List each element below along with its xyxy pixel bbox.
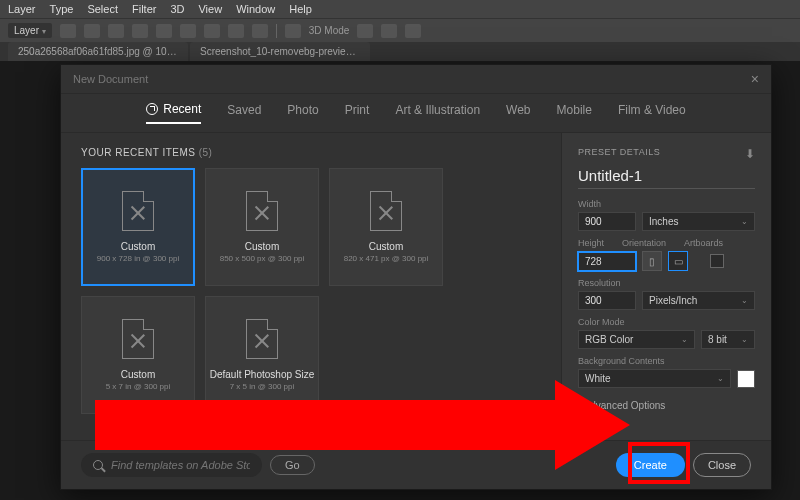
background-dropdown[interactable]: White⌄ [578, 369, 731, 388]
preset-name: Custom [245, 241, 279, 252]
category-tabs: Recent Saved Photo Print Art & Illustrat… [61, 94, 771, 133]
app-menubar: Layer Type Select Filter 3D View Window … [0, 0, 800, 18]
menu-3d[interactable]: 3D [170, 3, 184, 15]
tab-web[interactable]: Web [506, 102, 530, 124]
color-mode-dropdown[interactable]: RGB Color⌄ [578, 330, 695, 349]
opt-icon[interactable] [156, 24, 172, 38]
menu-select[interactable]: Select [87, 3, 118, 15]
tab-photo[interactable]: Photo [287, 102, 318, 124]
preset-card[interactable]: Custom820 x 471 px @ 300 ppi [329, 168, 443, 286]
height-input[interactable] [578, 252, 636, 271]
orientation-portrait-icon[interactable]: ▯ [642, 251, 662, 271]
page-icon [246, 191, 278, 231]
menu-layer[interactable]: Layer [8, 3, 36, 15]
orientation-label: Orientation [622, 238, 666, 248]
preset-name: Custom [121, 369, 155, 380]
menu-filter[interactable]: Filter [132, 3, 156, 15]
page-icon [246, 319, 278, 359]
preset-card[interactable]: Custom5 x 7 in @ 300 ppi [81, 296, 195, 414]
preset-card[interactable]: Default Photoshop Size7 x 5 in @ 300 ppi [205, 296, 319, 414]
page-icon [122, 319, 154, 359]
document-tabs: 250a26568af06a61fd85.jpg @ 100% (Layer 2… [0, 42, 800, 61]
resolution-label: Resolution [578, 278, 755, 288]
artboards-label: Artboards [684, 238, 723, 248]
new-document-dialog: New Document × Recent Saved Photo Print … [60, 64, 772, 490]
opt-icon[interactable] [228, 24, 244, 38]
artboards-checkbox[interactable] [710, 254, 724, 268]
tab-saved[interactable]: Saved [227, 102, 261, 124]
recent-count: (5) [199, 147, 213, 158]
orientation-landscape-icon[interactable]: ▭ [668, 251, 688, 271]
stock-search-input[interactable] [111, 459, 250, 471]
menu-type[interactable]: Type [50, 3, 74, 15]
bit-depth-dropdown[interactable]: 8 bit⌄ [701, 330, 755, 349]
opt-icon[interactable] [357, 24, 373, 38]
dialog-footer: Go Create Close [61, 440, 771, 489]
height-label: Height [578, 238, 604, 248]
opt-icon[interactable] [405, 24, 421, 38]
preset-name: Custom [121, 241, 155, 252]
opt-icon[interactable] [381, 24, 397, 38]
go-button[interactable]: Go [270, 455, 315, 475]
recent-items-label: YOUR RECENT ITEMS [81, 147, 195, 158]
preset-details-label: PRESET DETAILS [578, 147, 660, 161]
preset-name: Custom [369, 241, 403, 252]
tab-print[interactable]: Print [345, 102, 370, 124]
preset-dimensions: 850 x 500 px @ 300 ppi [220, 254, 305, 263]
tab-art[interactable]: Art & Illustration [395, 102, 480, 124]
close-icon[interactable]: × [751, 71, 759, 87]
opt-icon[interactable] [132, 24, 148, 38]
close-button[interactable]: Close [693, 453, 751, 477]
presets-panel: YOUR RECENT ITEMS (5) Custom900 x 728 in… [61, 133, 561, 440]
preset-dimensions: 900 x 728 in @ 300 ppi [97, 254, 179, 263]
clock-icon [146, 103, 158, 115]
resolution-input[interactable] [578, 291, 636, 310]
preset-card[interactable]: Custom900 x 728 in @ 300 ppi [81, 168, 195, 286]
layer-select[interactable]: Layer ▾ [8, 23, 52, 38]
preset-card[interactable]: Custom850 x 500 px @ 300 ppi [205, 168, 319, 286]
preset-name-input[interactable]: Untitled-1 [578, 167, 755, 189]
tab-mobile[interactable]: Mobile [557, 102, 592, 124]
mode-3d[interactable]: 3D Mode [309, 25, 350, 36]
dialog-title: New Document [73, 73, 148, 85]
create-button[interactable]: Create [616, 453, 685, 477]
preset-dimensions: 7 x 5 in @ 300 ppi [230, 382, 295, 391]
menu-window[interactable]: Window [236, 3, 275, 15]
page-icon [122, 191, 154, 231]
preset-dimensions: 820 x 471 px @ 300 ppi [344, 254, 429, 263]
opt-icon[interactable] [84, 24, 100, 38]
background-label: Background Contents [578, 356, 755, 366]
doc-tab[interactable]: 250a26568af06a61fd85.jpg @ 100% (Layer 2… [8, 42, 188, 61]
width-label: Width [578, 199, 755, 209]
search-icon [93, 460, 103, 470]
opt-icon[interactable] [60, 24, 76, 38]
menu-help[interactable]: Help [289, 3, 312, 15]
doc-tab[interactable]: Screenshot_10-removebg-preview.png @ 100… [190, 42, 370, 61]
opt-icon[interactable] [108, 24, 124, 38]
background-swatch[interactable] [737, 370, 755, 388]
opt-icon[interactable] [204, 24, 220, 38]
width-input[interactable] [578, 212, 636, 231]
tab-film[interactable]: Film & Video [618, 102, 686, 124]
preset-details-panel: PRESET DETAILS⬇ Untitled-1 Width Inches⌄… [561, 133, 771, 440]
preset-dimensions: 5 x 7 in @ 300 ppi [106, 382, 171, 391]
color-mode-label: Color Mode [578, 317, 755, 327]
menu-view[interactable]: View [198, 3, 222, 15]
tab-recent[interactable]: Recent [146, 102, 201, 124]
opt-icon[interactable] [285, 24, 301, 38]
width-unit-dropdown[interactable]: Inches⌄ [642, 212, 755, 231]
opt-icon[interactable] [252, 24, 268, 38]
options-bar: Layer ▾ 3D Mode [0, 18, 800, 42]
resolution-unit-dropdown[interactable]: Pixels/Inch⌄ [642, 291, 755, 310]
advanced-options-toggle[interactable]: › Advanced Options [578, 400, 755, 411]
page-icon [370, 191, 402, 231]
opt-icon[interactable] [180, 24, 196, 38]
save-preset-icon[interactable]: ⬇ [745, 147, 756, 161]
preset-name: Default Photoshop Size [210, 369, 315, 380]
stock-search[interactable] [81, 453, 262, 477]
